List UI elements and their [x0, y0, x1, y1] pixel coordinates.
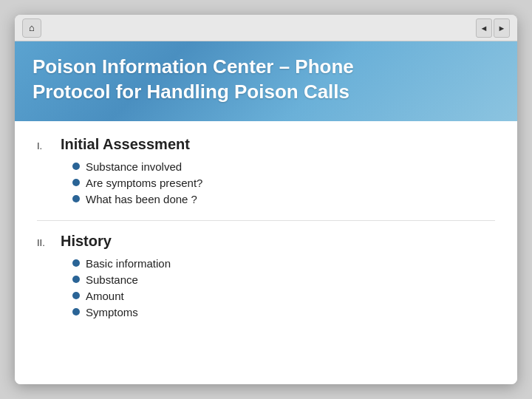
bullet-text: Amount	[86, 290, 124, 302]
bullet-dot	[72, 163, 80, 170]
list-item: Substance	[72, 273, 495, 286]
header-banner: Poison Information Center – Phone Protoc…	[15, 41, 517, 121]
content-area: I. Initial Assessment Substance involved…	[15, 121, 517, 384]
bullet-dot	[72, 179, 80, 186]
bullet-dot	[72, 195, 80, 202]
section-title-2: History	[61, 233, 112, 250]
bullet-text: Are symptoms present?	[86, 177, 202, 189]
main-window: ⌂ ◄ ► Poison Information Center – Phone …	[15, 15, 517, 384]
header-title-line2: Protocol for Handling Poison Calls	[33, 80, 354, 105]
prev-icon: ◄	[480, 24, 488, 33]
bullet-text: Basic information	[86, 257, 171, 270]
section-number-2: II.	[37, 237, 52, 248]
bullet-dot	[72, 308, 80, 316]
list-item: Amount	[72, 290, 495, 302]
list-item: Basic information	[72, 257, 495, 270]
list-item: Are symptoms present?	[72, 177, 495, 189]
prev-button[interactable]: ◄	[476, 18, 492, 38]
bullet-dot	[72, 292, 80, 299]
list-item: Symptoms	[72, 306, 495, 318]
bullet-text: Substance involved	[86, 160, 182, 173]
home-button[interactable]: ⌂	[22, 18, 41, 38]
section-number-1: I.	[37, 140, 52, 151]
title-bar-left: ⌂	[22, 18, 41, 38]
bullet-text: Substance	[86, 273, 138, 286]
bullet-text: Symptoms	[86, 306, 138, 318]
home-icon: ⌂	[29, 22, 35, 33]
bullet-dot	[72, 259, 80, 267]
header-title-line1: Poison Information Center – Phone	[33, 55, 354, 80]
header-title: Poison Information Center – Phone Protoc…	[33, 55, 354, 105]
list-item: What has been done ?	[72, 193, 495, 205]
section-title-1: Initial Assessment	[61, 136, 190, 153]
section-initial-assessment: I. Initial Assessment Substance involved…	[37, 136, 495, 205]
section-header-1: I. Initial Assessment	[37, 136, 495, 153]
bullet-list-2: Basic information Substance Amount Sympt…	[37, 257, 495, 318]
nav-buttons: ◄ ►	[476, 18, 510, 38]
section-divider	[37, 220, 495, 221]
title-bar: ⌂ ◄ ►	[15, 15, 517, 41]
bullet-dot	[72, 276, 80, 283]
next-icon: ►	[498, 24, 506, 33]
list-item: Substance involved	[72, 160, 495, 173]
section-header-2: II. History	[37, 233, 495, 250]
bullet-text: What has been done ?	[86, 193, 197, 205]
bullet-list-1: Substance involved Are symptoms present?…	[37, 160, 495, 205]
section-history: II. History Basic information Substance …	[37, 233, 495, 318]
next-button[interactable]: ►	[494, 18, 510, 38]
